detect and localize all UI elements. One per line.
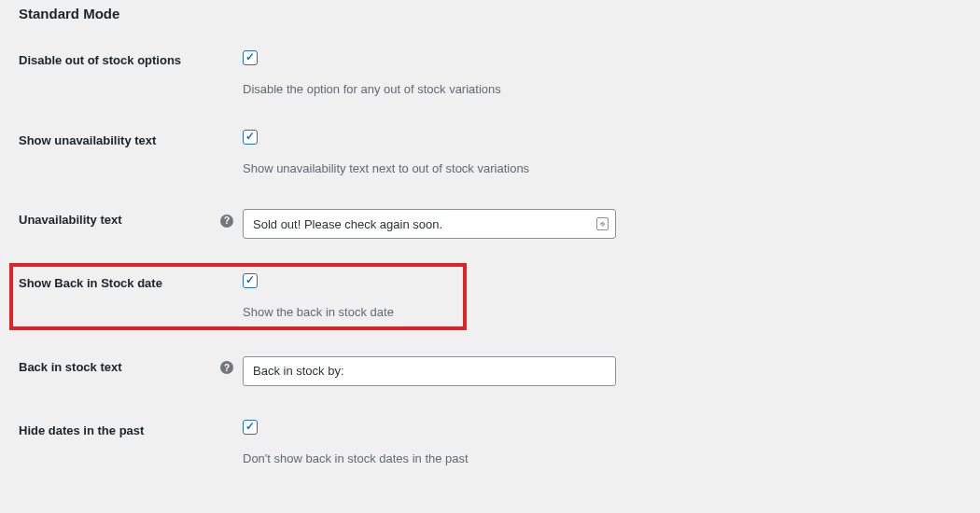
row-unavailability-text: Unavailability text ? ⎆ <box>19 203 961 267</box>
label-show-unavailability-text: Show unavailability text <box>19 124 215 204</box>
checkbox-show-unavailability-text[interactable] <box>243 130 258 145</box>
checkbox-disable-out-of-stock[interactable] <box>243 50 258 65</box>
input-back-in-stock-text[interactable] <box>243 356 616 386</box>
row-hide-dates-in-past: Hide dates in the past Don't show back i… <box>19 414 961 494</box>
section-heading: Standard Mode <box>19 6 961 21</box>
checkbox-hide-dates-in-past[interactable] <box>243 420 258 435</box>
description-disable-out-of-stock: Disable the option for any out of stock … <box>243 82 961 96</box>
label-hide-dates-in-past: Hide dates in the past <box>19 414 215 494</box>
label-back-in-stock-text: Back in stock text <box>19 338 215 414</box>
label-disable-out-of-stock: Disable out of stock options <box>19 44 215 124</box>
help-icon[interactable]: ? <box>220 361 233 374</box>
checkbox-show-back-in-stock-date[interactable] <box>243 273 258 288</box>
description-show-unavailability-text: Show unavailability text next to out of … <box>243 161 961 175</box>
description-show-back-in-stock-date: Show the back in stock date <box>243 305 961 319</box>
label-show-back-in-stock-date: Show Back in Stock date <box>19 276 162 290</box>
input-unavailability-text[interactable] <box>243 209 616 239</box>
label-unavailability-text: Unavailability text <box>19 203 215 267</box>
row-show-back-in-stock-date: Show Back in Stock date Show the back in… <box>19 267 961 338</box>
help-icon[interactable]: ? <box>220 215 233 228</box>
row-show-unavailability-text: Show unavailability text Show unavailabi… <box>19 124 961 204</box>
row-disable-out-of-stock: Disable out of stock options Disable the… <box>19 44 961 124</box>
description-hide-dates-in-past: Don't show back in stock dates in the pa… <box>243 451 961 465</box>
row-back-in-stock-text: Back in stock text ? <box>19 338 961 414</box>
settings-form-table: Disable out of stock options Disable the… <box>19 44 961 493</box>
